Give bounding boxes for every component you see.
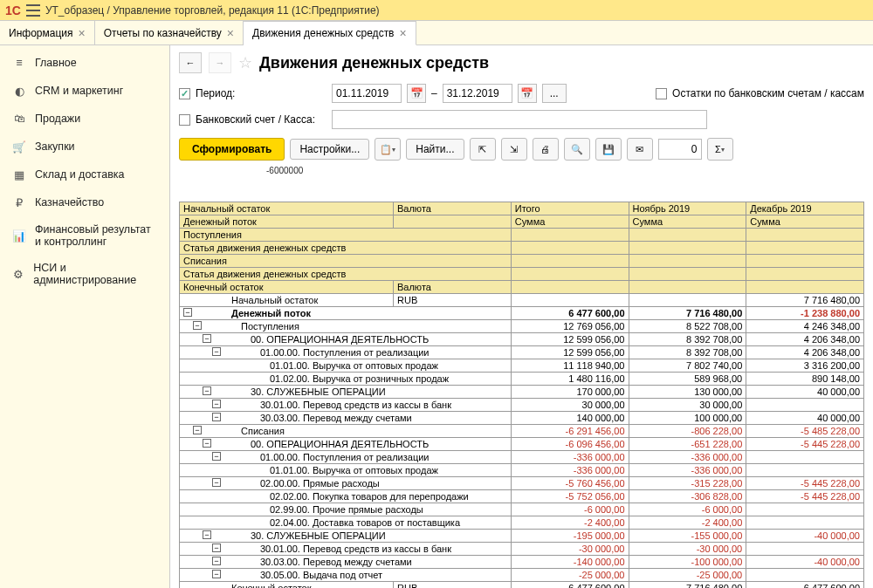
table-row[interactable]: Начальный остатокRUB7 716 480,00 [180,294,864,307]
period-checkbox[interactable] [179,88,190,99]
calendar-icon[interactable]: 📅 [518,84,537,103]
period-more-button[interactable]: ... [542,84,567,103]
sidebar-item-warehouse[interactable]: ▦Склад и доставка [0,161,169,188]
sidebar-item-finance[interactable]: 📊Финансовый результат и контроллинг [0,216,169,255]
bank-checkbox[interactable] [179,114,190,126]
close-icon[interactable]: × [227,27,234,39]
sigma-button[interactable]: Σ▾ [707,138,733,161]
table-row[interactable]: −Денежный поток6 477 600,007 716 480,00-… [180,307,864,320]
hamburger-icon[interactable] [26,4,40,17]
table-row[interactable]: −30.03.00. Перевод между счетами140 000,… [180,412,864,425]
row-value: 7 716 480,00 [629,582,746,589]
favorite-star-icon[interactable]: ☆ [238,53,252,72]
tree-toggle[interactable]: − [212,413,221,421]
tree-toggle[interactable]: − [203,530,211,539]
table-row[interactable]: 01.02.00. Выручка от розничных продаж1 4… [180,373,864,386]
collapse-button[interactable]: ⇲ [501,138,527,161]
find-button[interactable]: Найти... [406,139,464,160]
print-button[interactable]: 🖨 [533,138,559,161]
table-row[interactable]: −30.01.00. Перевод средств из кассы в ба… [180,399,864,412]
table-row[interactable]: −00. ОПЕРАЦИОННАЯ ДЕЯТЕЛЬНОСТЬ-6 096 456… [180,438,864,451]
tree-toggle[interactable]: − [212,557,221,565]
nav-back-button[interactable]: ← [179,52,202,73]
col-currency: Валюта [394,202,512,215]
sidebar-item-sales[interactable]: 🛍Продажи [0,105,169,133]
table-row[interactable]: −01.00.00. Поступления от реализации12 5… [180,346,864,359]
zoom-input[interactable] [658,139,702,160]
sidebar: ≡Главное ◐CRM и маркетинг 🛍Продажи 🛒Заку… [0,45,170,588]
row-value: -5 445 228,00 [746,477,864,490]
row-name: Конечный остаток [231,583,312,588]
col-sum: Сумма [511,215,629,229]
tree-toggle[interactable]: − [212,452,221,461]
table-row[interactable]: 01.01.00. Выручка от оптовых продаж-336 … [180,464,864,477]
copy-button[interactable]: 📋▾ [375,138,401,161]
table-row[interactable]: −30. СЛУЖЕБНЫЕ ОПЕРАЦИИ-195 000,00-155 0… [180,530,864,543]
table-row[interactable]: −30. СЛУЖЕБНЫЕ ОПЕРАЦИИ170 000,00130 000… [180,386,864,399]
row-value: -30 000,00 [511,543,629,556]
tree-toggle[interactable]: − [203,386,211,395]
table-row[interactable]: −00. ОПЕРАЦИОННАЯ ДЕЯТЕЛЬНОСТЬ12 599 056… [180,333,864,346]
row-value: -100 000,00 [629,556,746,569]
tree-toggle[interactable]: − [212,478,221,487]
sidebar-item-treasury[interactable]: ₽Казначейство [0,188,169,216]
sidebar-item-admin[interactable]: ⚙НСИ и администрирование [0,255,169,293]
table-row[interactable]: −30.05.00. Выдача под отчет-25 000,00-25… [180,569,864,582]
date-from-input[interactable] [332,84,402,103]
settings-button[interactable]: Настройки... [290,139,369,160]
date-to-input[interactable] [443,84,512,103]
tab-info[interactable]: Информация × [0,21,95,44]
balances-checkbox[interactable] [656,88,667,99]
table-row[interactable]: 01.01.00. Выручка от оптовых продаж11 11… [180,359,864,373]
row-value: 12 599 056,00 [511,333,629,346]
sidebar-item-label: Склад и доставка [35,168,124,181]
table-row[interactable]: 02.04.00. Доставка товаров от поставщика… [180,516,864,530]
tab-cashflow[interactable]: Движения денежных средств × [244,21,416,45]
sigma-icon: Σ [715,144,721,154]
tree-toggle[interactable]: − [193,426,202,434]
tree-toggle[interactable]: − [193,321,202,330]
row-value: -806 228,00 [629,425,746,438]
table-row[interactable]: 02.02.00. Покупка товаров для перепродаж… [180,490,864,503]
email-button[interactable]: ✉ [627,138,653,161]
table-row[interactable]: −02.00.00. Прямые расходы-5 760 456,00-3… [180,477,864,490]
sidebar-item-purchases[interactable]: 🛒Закупки [0,133,169,161]
grid-icon: ▦ [12,168,26,181]
tab-bar: Информация × Отчеты по казначейству × Дв… [0,21,873,45]
close-icon[interactable]: × [78,27,85,39]
tab-label: Движения денежных средств [252,27,394,39]
table-row[interactable]: −01.00.00. Поступления от реализации-336… [180,451,864,464]
tree-toggle[interactable]: − [212,400,221,408]
tree-toggle[interactable]: − [203,334,211,343]
table-row[interactable]: −30.01.00. Перевод средств из кассы в ба… [180,543,864,556]
tree-toggle[interactable]: − [183,308,192,317]
dash: – [431,87,437,99]
nav-forward-button[interactable]: → [209,52,231,73]
table-row[interactable]: Конечный остатокRUB6 477 600,007 716 480… [180,582,864,589]
row-value [746,516,864,530]
sidebar-item-crm[interactable]: ◐CRM и маркетинг [0,77,169,105]
tree-toggle[interactable]: − [212,347,221,356]
generate-button[interactable]: Сформировать [179,138,285,161]
row-value: -6 000,00 [629,503,746,516]
close-icon[interactable]: × [400,27,407,39]
sidebar-item-main[interactable]: ≡Главное [0,49,169,77]
report-area[interactable]: -6000000 Начальный остаток Валюта Итого … [170,166,873,588]
table-row[interactable]: 02.99.00. Прочие прямые расходы-6 000,00… [180,503,864,516]
cart-icon: 🛒 [12,140,26,154]
tab-reports[interactable]: Отчеты по казначейству × [95,21,244,44]
preview-button[interactable]: 🔍 [564,138,590,161]
tree-toggle[interactable]: − [203,439,211,448]
table-row[interactable]: −Поступления12 769 056,008 522 708,004 2… [180,320,864,333]
row-value: 11 118 940,00 [511,359,629,373]
row-value: -6 291 456,00 [511,425,629,438]
tree-toggle[interactable]: − [212,570,221,578]
table-row[interactable]: −30.03.00. Перевод между счетами-140 000… [180,556,864,569]
calendar-icon[interactable]: 📅 [407,84,426,103]
save-button[interactable]: 💾 [595,138,622,161]
expand-button[interactable]: ⇱ [470,138,496,161]
row-value: 12 769 056,00 [511,320,629,333]
tree-toggle[interactable]: − [212,544,221,552]
bank-account-input[interactable] [332,110,707,129]
table-row[interactable]: −Списания-6 291 456,00-806 228,00-5 485 … [180,425,864,438]
